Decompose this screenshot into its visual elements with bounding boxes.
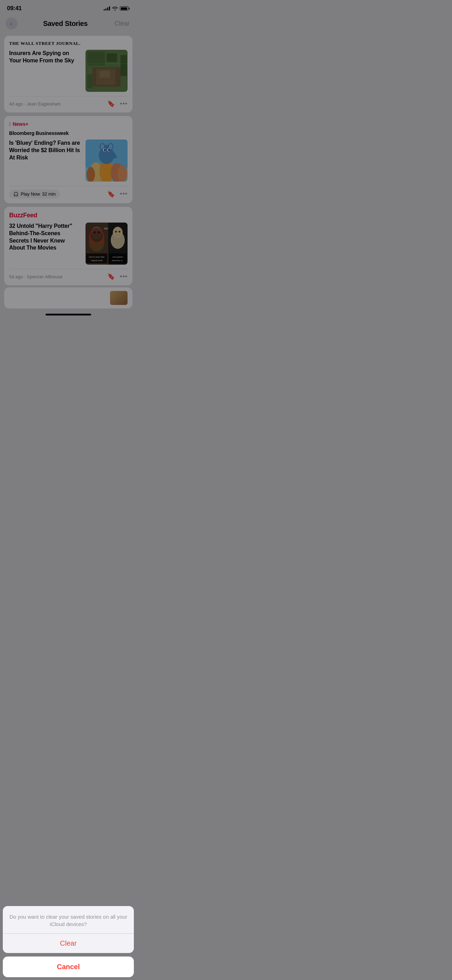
- action-sheet-overlay: [0, 0, 137, 320]
